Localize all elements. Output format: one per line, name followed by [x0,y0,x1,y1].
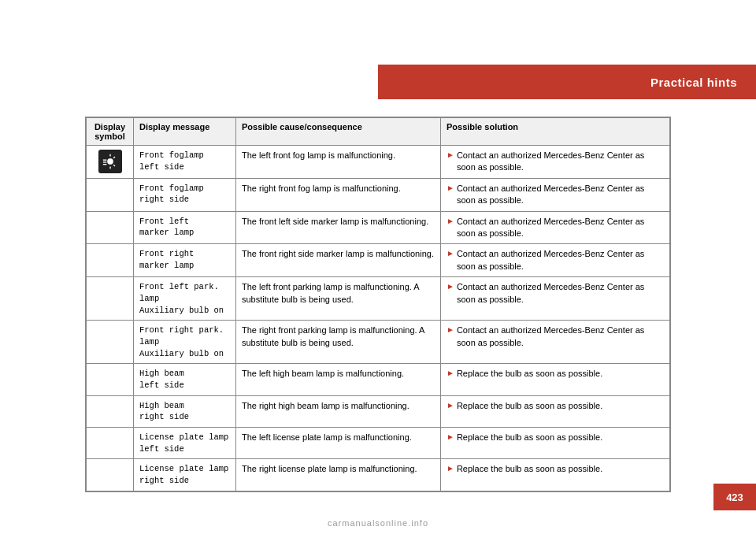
page-number-badge: 423 [713,484,756,510]
table-cell-solution: ►Contact an authorized Mercedes-Benz Cen… [441,244,670,277]
col-header-message: Display message [134,118,236,146]
table-cell-solution: ►Replace the bulb as soon as possible. [441,395,670,427]
table-cell-message: License plate lamp right side [134,459,236,491]
arrow-bullet-icon: ► [447,216,454,227]
table-cell-cause: The left front fog lamp is malfunctionin… [236,146,441,179]
table-cell-cause: The right high beam lamp is malfunctioni… [236,395,441,427]
table-cell-symbol [87,211,134,244]
table-cell-cause: The front left side marker lamp is malfu… [236,211,441,244]
table-cell-cause: The left license plate lamp is malfuncti… [236,428,441,459]
table-cell-cause: The right license plate lamp is malfunct… [236,459,441,491]
table-cell-cause: The left high beam lamp is malfunctionin… [236,364,441,395]
table-cell-symbol [87,277,134,321]
table-cell-cause: The left front parking lamp is malfuncti… [236,277,441,321]
table-row: High beam left sideThe left high beam la… [87,364,670,395]
arrow-bullet-icon: ► [447,324,454,336]
arrow-bullet-icon: ► [447,248,454,259]
header-banner: Practical hints [378,65,756,99]
svg-line-7 [113,165,115,166]
table-row: License plate lamp right sideThe right l… [87,459,670,491]
table-row: Front left park. lamp Auxiliary bulb onT… [87,277,670,321]
table-cell-symbol [87,459,134,491]
main-table-container: Display symbol Display message Possible … [85,117,671,492]
col-header-solution: Possible solution [441,118,670,146]
table-cell-symbol [87,321,134,364]
table-cell-symbol [87,146,134,179]
solution-text: Contact an authorized Mercedes-Benz Cent… [457,248,664,273]
svg-point-0 [107,158,113,164]
table-cell-solution: ►Contact an authorized Mercedes-Benz Cen… [441,277,670,321]
table-cell-message: Front left park. lamp Auxiliary bulb on [134,277,236,321]
table-cell-message: License plate lamp left side [134,428,236,459]
table-cell-solution: ►Contact an authorized Mercedes-Benz Cen… [441,211,670,244]
table-cell-solution: ►Contact an authorized Mercedes-Benz Cen… [441,146,670,179]
table-cell-message: Front left marker lamp [134,211,236,244]
table-row: Front right park. lamp Auxiliary bulb on… [87,321,670,364]
table-header-row: Display symbol Display message Possible … [87,118,670,146]
table-cell-cause: The right front parking lamp is malfunct… [236,321,441,364]
table-cell-message: Front right marker lamp [134,244,236,277]
table-cell-symbol [87,178,134,211]
table-row: Front right marker lampThe front right s… [87,244,670,277]
page-number: 423 [726,491,743,503]
watermark: carmanualsonline.info [328,518,428,528]
page-title: Practical hints [650,76,737,89]
solution-text: Replace the bulb as soon as possible. [457,400,602,412]
arrow-bullet-icon: ► [447,463,454,474]
fog-lamp-svg [102,153,119,170]
arrow-bullet-icon: ► [447,400,454,411]
fog-lamp-icon [98,150,122,173]
table-cell-symbol [87,244,134,277]
arrow-bullet-icon: ► [447,432,454,443]
table-row: Front foglamp left sideThe left front fo… [87,146,670,179]
svg-line-6 [113,157,115,158]
table-cell-symbol [87,428,134,459]
table-cell-cause: The front right side marker lamp is malf… [236,244,441,277]
table-cell-solution: ►Replace the bulb as soon as possible. [441,364,670,395]
table-cell-solution: ►Contact an authorized Mercedes-Benz Cen… [441,321,670,364]
solution-text: Replace the bulb as soon as possible. [457,463,602,475]
solution-text: Contact an authorized Mercedes-Benz Cent… [457,150,664,174]
table-row: Front left marker lampThe front left sid… [87,211,670,244]
table-cell-solution: ►Replace the bulb as soon as possible. [441,459,670,491]
table-cell-symbol [87,364,134,395]
table-cell-cause: The right front fog lamp is malfunctioni… [236,178,441,211]
solution-text: Replace the bulb as soon as possible. [457,368,602,380]
table-cell-solution: ►Contact an authorized Mercedes-Benz Cen… [441,178,670,211]
solution-text: Contact an authorized Mercedes-Benz Cent… [457,183,664,207]
solution-text: Contact an authorized Mercedes-Benz Cent… [457,324,664,349]
col-header-symbol: Display symbol [87,118,134,146]
arrow-bullet-icon: ► [447,368,454,379]
table-cell-message: Front foglamp left side [134,146,236,179]
table-cell-message: Front right park. lamp Auxiliary bulb on [134,321,236,364]
table-cell-solution: ►Replace the bulb as soon as possible. [441,428,670,459]
solution-text: Replace the bulb as soon as possible. [457,432,602,443]
arrow-bullet-icon: ► [447,150,454,161]
table-cell-symbol [87,395,134,427]
table-cell-message: Front foglamp right side [134,178,236,211]
table-row: License plate lamp left sideThe left lic… [87,428,670,459]
table-cell-message: High beam left side [134,364,236,395]
arrow-bullet-icon: ► [447,281,454,292]
table-cell-message: High beam right side [134,395,236,427]
solution-text: Contact an authorized Mercedes-Benz Cent… [457,281,664,306]
arrow-bullet-icon: ► [447,183,454,194]
col-header-cause: Possible cause/consequence [236,118,441,146]
table-row: Front foglamp right sideThe right front … [87,178,670,211]
solution-text: Contact an authorized Mercedes-Benz Cent… [457,216,664,240]
symptoms-table: Display symbol Display message Possible … [86,117,670,491]
table-row: High beam right sideThe right high beam … [87,395,670,427]
